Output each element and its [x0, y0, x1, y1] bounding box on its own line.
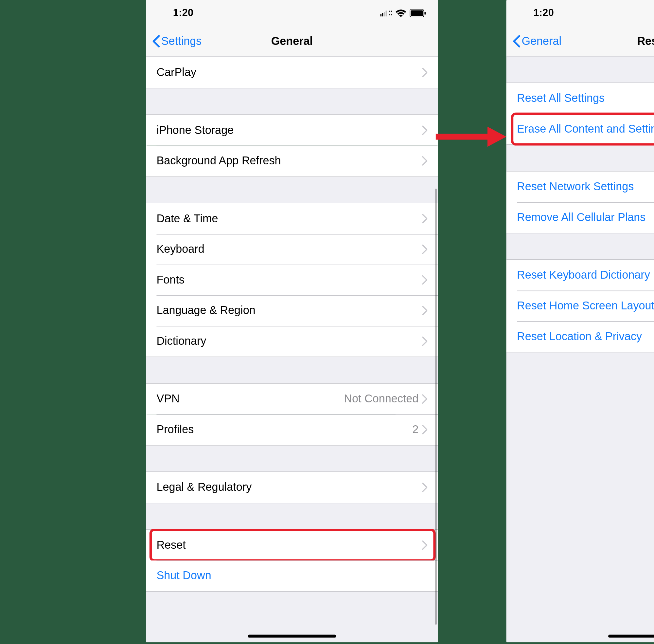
nav-back-button[interactable]: General [512, 34, 561, 47]
row-label: Profiles [156, 423, 412, 436]
svg-point-7 [391, 14, 392, 15]
row-dictionary[interactable]: Dictionary [146, 326, 438, 356]
row-label: Legal & Regulatory [156, 481, 422, 494]
group: Reset Shut Down [146, 529, 438, 592]
cellular-dual-icon [380, 9, 392, 17]
status-time: 1:20 [173, 7, 193, 19]
nav-title: Reset [637, 34, 654, 47]
svg-marker-12 [487, 127, 506, 147]
spacer [438, 0, 506, 642]
row-reset-network[interactable]: Reset Network Settings [506, 171, 654, 202]
chevron-left-icon [512, 34, 520, 47]
row-label: Reset [156, 538, 422, 552]
group: VPN Not Connected Profiles 2 [146, 383, 438, 445]
chevron-right-icon [422, 540, 427, 550]
row-detail: 2 [412, 423, 418, 436]
row-reset-home-screen[interactable]: Reset Home Screen Layout [506, 291, 654, 321]
row-fonts[interactable]: Fonts [146, 264, 438, 295]
chevron-right-icon [422, 483, 427, 492]
group: Legal & Regulatory [146, 472, 438, 503]
chevron-right-icon [422, 245, 427, 254]
row-label: CarPlay [156, 66, 422, 79]
row-label: Reset Network Settings [517, 180, 654, 193]
chevron-right-icon [422, 275, 427, 285]
row-label: Fonts [156, 273, 422, 286]
row-label: Dictionary [156, 335, 422, 348]
chevron-right-icon [422, 156, 427, 166]
svg-rect-10 [424, 12, 426, 15]
wifi-icon [395, 9, 406, 17]
chevron-right-icon [422, 125, 427, 135]
svg-rect-2 [384, 12, 385, 16]
row-date-time[interactable]: Date & Time [146, 203, 438, 234]
row-label: Keyboard [156, 243, 422, 256]
battery-icon [410, 9, 426, 17]
group: Reset Network Settings Remove All Cellul… [506, 171, 654, 233]
row-reset-all-settings[interactable]: Reset All Settings [506, 83, 654, 114]
status-icons [380, 9, 426, 17]
row-label: Date & Time [156, 212, 422, 225]
group: CarPlay [146, 56, 438, 88]
svg-point-4 [389, 10, 390, 12]
row-background-app-refresh[interactable]: Background App Refresh [146, 146, 438, 177]
row-carplay[interactable]: CarPlay [146, 57, 438, 88]
row-label: Shut Down [156, 569, 427, 582]
home-indicator[interactable] [248, 635, 336, 638]
row-profiles[interactable]: Profiles 2 [146, 414, 438, 445]
right-screenshot: 1:20 General Reset Reset All Settings Er… [506, 0, 654, 642]
row-label: Erase All Content and Settings [517, 122, 654, 136]
chevron-right-icon [422, 394, 427, 404]
row-label: Reset Home Screen Layout [517, 299, 654, 312]
row-label: Reset Keyboard Dictionary [517, 269, 654, 282]
row-label: Reset Location & Privacy [517, 330, 654, 343]
row-detail: Not Connected [344, 393, 418, 406]
row-label: VPN [156, 393, 344, 406]
row-erase-all-content[interactable]: Erase All Content and Settings [506, 114, 654, 144]
chevron-right-icon [422, 214, 427, 223]
status-bar: 1:20 [146, 0, 438, 26]
row-reset[interactable]: Reset [146, 530, 438, 560]
row-language-region[interactable]: Language & Region [146, 295, 438, 326]
svg-rect-0 [380, 14, 382, 16]
arrow-icon [435, 127, 506, 147]
row-legal-regulatory[interactable]: Legal & Regulatory [146, 472, 438, 503]
svg-point-5 [391, 10, 392, 12]
nav-back-button[interactable]: Settings [152, 34, 201, 47]
chevron-right-icon [422, 425, 427, 434]
status-bar: 1:20 [506, 0, 654, 26]
home-indicator[interactable] [608, 635, 654, 638]
row-remove-cellular[interactable]: Remove All Cellular Plans [506, 202, 654, 233]
chevron-right-icon [422, 337, 427, 346]
nav-title: General [271, 34, 312, 47]
nav-back-label: Settings [161, 34, 201, 47]
row-label: Remove All Cellular Plans [517, 211, 654, 224]
group: Reset Keyboard Dictionary Reset Home Scr… [506, 259, 654, 352]
row-label: iPhone Storage [156, 124, 422, 137]
row-label: Reset All Settings [517, 92, 654, 105]
row-shut-down[interactable]: Shut Down [146, 560, 438, 591]
row-keyboard[interactable]: Keyboard [146, 234, 438, 265]
nav-back-label: General [522, 34, 561, 47]
status-time: 1:20 [533, 7, 554, 19]
scrollbar[interactable] [435, 189, 436, 625]
row-label: Language & Region [156, 304, 422, 317]
svg-rect-9 [411, 10, 423, 16]
row-iphone-storage[interactable]: iPhone Storage [146, 115, 438, 146]
row-reset-keyboard-dictionary[interactable]: Reset Keyboard Dictionary [506, 260, 654, 291]
row-reset-location-privacy[interactable]: Reset Location & Privacy [506, 321, 654, 352]
chevron-right-icon [422, 68, 427, 77]
svg-point-6 [389, 14, 390, 15]
svg-rect-3 [385, 10, 387, 16]
row-label: Background App Refresh [156, 155, 422, 168]
chevron-left-icon [152, 34, 160, 47]
nav-bar: General Reset [506, 26, 654, 56]
group: Date & Time Keyboard Fonts Language & Re… [146, 203, 438, 357]
left-screenshot: 1:20 Settings General CarPlay [146, 0, 438, 642]
row-vpn[interactable]: VPN Not Connected [146, 384, 438, 414]
svg-rect-11 [435, 134, 490, 140]
group: iPhone Storage Background App Refresh [146, 114, 438, 177]
group: Reset All Settings Erase All Content and… [506, 83, 654, 145]
nav-bar: Settings General [146, 26, 438, 56]
chevron-right-icon [422, 306, 427, 315]
svg-rect-1 [382, 13, 383, 17]
